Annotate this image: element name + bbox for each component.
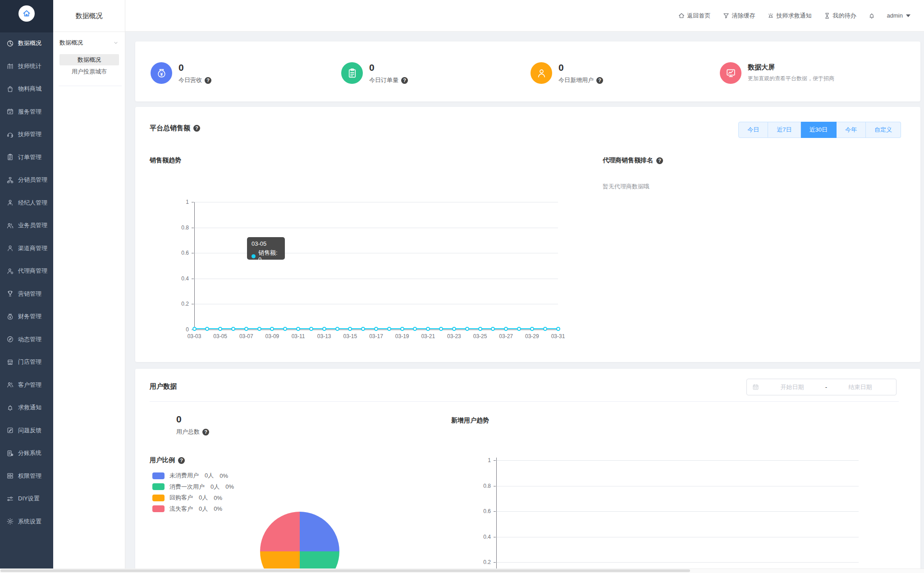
sidebar-item[interactable]: 分账系统: [0, 443, 53, 463]
sidebar-item[interactable]: DIY设置: [0, 489, 53, 509]
gridline: [194, 202, 558, 202]
x-axis-label: 03-11: [286, 333, 311, 339]
sidebar-item[interactable]: 技师统计: [0, 56, 53, 76]
secondary-nav-title: 数据概况: [53, 0, 125, 32]
tooltip-series-dot: [252, 254, 256, 258]
x-axis-label: 03-03: [182, 333, 207, 339]
data-point-marker: [322, 327, 326, 331]
y-axis-label: 0.2: [468, 559, 491, 565]
sidebar-item[interactable]: 数据概况: [0, 33, 53, 53]
user-menu[interactable]: admin: [887, 12, 910, 19]
x-axis-label: 03-25: [467, 333, 493, 339]
gridline: [194, 279, 558, 279]
sidebar-item-label: 系统设置: [18, 518, 41, 526]
stat-label: 今日订单量: [369, 76, 398, 84]
person-icon-wrap: [531, 62, 552, 84]
data-point-marker: [413, 327, 417, 331]
sidebar-item[interactable]: 代理商管理: [0, 261, 53, 281]
username: admin: [887, 12, 903, 19]
sidebar-item[interactable]: 订单管理: [0, 147, 53, 167]
stat-label: 今日新增用户: [558, 76, 594, 84]
help-icon[interactable]: [656, 157, 663, 164]
scrollbar-thumb[interactable]: [0, 569, 690, 572]
header-link[interactable]: 返回首页: [678, 12, 711, 20]
stat-value: 0: [178, 62, 211, 73]
header-links: 返回首页清除缓存技师求救通知我的待办: [678, 12, 856, 20]
person-badge-icon: [6, 267, 14, 275]
sidebar-item[interactable]: 经纪人管理: [0, 193, 53, 213]
sidebar-item[interactable]: 业务员管理: [0, 215, 53, 235]
split-ledger-icon: [6, 449, 14, 457]
data-point-marker: [257, 327, 261, 331]
sidebar-item[interactable]: 分销员管理: [0, 170, 53, 190]
sidebar-item-label: 代理商管理: [18, 267, 47, 275]
sidebar-item-label: 订单管理: [18, 153, 41, 161]
subnav-item[interactable]: 用户投票城市: [59, 66, 119, 77]
sidebar-item[interactable]: 动态管理: [0, 330, 53, 349]
header-link-label: 技师求救通知: [777, 12, 812, 20]
data-point-marker: [296, 327, 300, 331]
sidebar-item-label: 业务员管理: [18, 221, 47, 229]
subnav-group-toggle[interactable]: 数据概况: [53, 37, 125, 49]
sidebar-item-label: 营销管理: [18, 290, 41, 298]
sidebar-item[interactable]: 客户管理: [0, 375, 53, 395]
users-card: 用户数据 - 0 用户总数 新增用户趋势 用户比例 未消: [135, 369, 920, 573]
sidebar-item[interactable]: 服务管理: [0, 102, 53, 122]
money-bag-icon: [156, 68, 167, 79]
x-axis-label: 03-29: [519, 333, 544, 339]
gridline: [496, 537, 859, 537]
help-icon[interactable]: [401, 77, 408, 84]
x-axis-label: 03-31: [545, 333, 571, 339]
header-link[interactable]: 我的待办: [823, 12, 856, 20]
stat-label: 今日营收: [178, 76, 202, 84]
data-point-marker: [374, 327, 378, 331]
help-icon[interactable]: [205, 77, 211, 84]
y-axis-line: [496, 458, 497, 573]
trophy-icon: [6, 290, 14, 298]
bigscreen-title: 数据大屏: [748, 62, 834, 72]
agent-ranking-empty: 暂无代理商数据哦: [603, 183, 650, 191]
sidebar-item[interactable]: 求救通知: [0, 398, 53, 417]
siren-icon: [767, 12, 774, 19]
top-header: 返回首页清除缓存技师求救通知我的待办 admin: [125, 0, 924, 32]
x-axis-label: 03-19: [389, 333, 415, 339]
sidebar-item-label: 技师管理: [18, 130, 41, 138]
y-axis-label: 0.6: [166, 250, 189, 256]
data-point-marker: [543, 327, 547, 331]
chevron-down-icon: [113, 40, 119, 46]
sidebar-item[interactable]: 财务管理: [0, 307, 53, 326]
sidebar-item[interactable]: 渠道商管理: [0, 238, 53, 258]
sidebar-item[interactable]: 问题反馈: [0, 421, 53, 440]
sidebar-item[interactable]: 权限管理: [0, 466, 53, 486]
app-logo[interactable]: [18, 5, 35, 22]
data-point-marker: [517, 327, 521, 331]
data-point-marker: [400, 327, 404, 331]
y-axis-label: 1: [468, 457, 491, 463]
x-axis-label: 03-17: [364, 333, 389, 339]
sidebar-item-label: 求救通知: [18, 403, 41, 412]
sidebar-item[interactable]: 物料商城: [0, 79, 53, 99]
sidebar-item-label: 数据概况: [18, 39, 41, 47]
sidebar-item[interactable]: 技师管理: [0, 124, 53, 144]
header-link[interactable]: 技师求救通知: [767, 12, 812, 20]
sidebar-item-label: 分销员管理: [18, 176, 47, 184]
service-calendar-icon: [6, 108, 14, 115]
dashboard-page: 数据概况技师统计物料商城服务管理技师管理订单管理分销员管理经纪人管理业务员管理渠…: [0, 0, 924, 573]
data-point-marker: [387, 327, 391, 331]
sidebar-item[interactable]: 系统设置: [0, 512, 53, 532]
notifications-button[interactable]: [868, 12, 875, 19]
data-bigscreen-link[interactable]: 数据大屏 更加直观的查看平台数据，便于招商: [720, 62, 834, 84]
people-icon: [6, 222, 14, 229]
help-icon[interactable]: [596, 77, 603, 84]
clipboard-icon: [6, 153, 14, 161]
bell-icon: [6, 404, 14, 412]
gear-icon: [6, 518, 14, 525]
header-link[interactable]: 清除缓存: [723, 12, 755, 20]
caret-down-icon: [906, 14, 910, 17]
sliders-icon: [6, 495, 14, 503]
sidebar-item[interactable]: 营销管理: [0, 284, 53, 304]
sidebar-item-label: 门店管理: [18, 358, 41, 366]
sidebar-item[interactable]: 门店管理: [0, 352, 53, 372]
subnav-item[interactable]: 数据概况: [59, 54, 119, 65]
sales-trend-chart: 00.20.40.60.8103-0303-0503-0703-0903-110…: [135, 107, 920, 362]
